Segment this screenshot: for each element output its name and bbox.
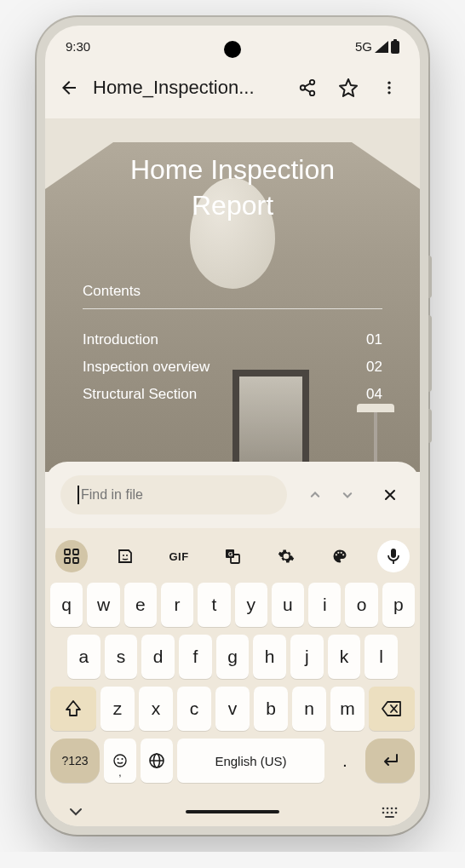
status-time: 9:30: [66, 39, 90, 54]
kb-theme-button[interactable]: [324, 540, 356, 572]
kb-gif-button[interactable]: GIF: [163, 540, 195, 572]
key-v[interactable]: v: [215, 687, 250, 731]
key-shift[interactable]: [50, 687, 96, 731]
svg-point-24: [114, 755, 126, 767]
svg-point-33: [395, 808, 398, 810]
key-a[interactable]: a: [67, 635, 100, 679]
backspace-icon: [381, 700, 403, 717]
star-button[interactable]: [331, 71, 365, 105]
find-input[interactable]: [81, 487, 270, 503]
key-q[interactable]: q: [50, 583, 83, 627]
status-right: 5G: [355, 39, 399, 54]
palette-icon: [331, 548, 348, 565]
file-title: Home_Inspection...: [93, 77, 284, 99]
key-w[interactable]: w: [87, 583, 119, 627]
key-language[interactable]: [141, 739, 173, 783]
key-b[interactable]: b: [254, 687, 288, 731]
keyboard-row-2: a s d f g h j k l: [50, 635, 415, 679]
key-h[interactable]: h: [253, 635, 286, 679]
power-button: [428, 409, 432, 443]
key-backspace[interactable]: [369, 687, 415, 731]
chevron-down-icon: [339, 486, 356, 503]
key-r[interactable]: r: [161, 583, 193, 627]
share-button[interactable]: [290, 71, 324, 105]
svg-point-20: [337, 552, 339, 554]
key-i[interactable]: i: [308, 583, 341, 627]
kb-voice-button[interactable]: [377, 540, 410, 572]
svg-rect-12: [65, 558, 70, 563]
kb-sticker-button[interactable]: [109, 540, 141, 572]
contents-label: Introduction: [83, 331, 158, 348]
key-n[interactable]: n: [292, 687, 326, 731]
document-viewer[interactable]: Home Inspection Report Contents Introduc…: [45, 118, 420, 472]
key-x[interactable]: x: [139, 687, 173, 731]
key-m[interactable]: m: [330, 687, 365, 731]
key-p[interactable]: p: [382, 583, 415, 627]
find-nav: [294, 480, 369, 509]
grid-icon: [64, 549, 79, 564]
key-e[interactable]: e: [124, 583, 157, 627]
contents-label: Structural Section: [83, 386, 197, 403]
contents-block: Contents Introduction 01 Inspection over…: [45, 223, 420, 408]
key-symbols[interactable]: ?123: [50, 739, 100, 783]
key-j[interactable]: j: [290, 635, 324, 679]
find-input-container[interactable]: [60, 475, 287, 514]
svg-point-8: [388, 86, 390, 89]
kb-settings-button[interactable]: [270, 540, 302, 572]
svg-point-36: [391, 812, 393, 814]
key-k[interactable]: k: [328, 635, 361, 679]
sticker-icon: [117, 548, 134, 565]
key-f[interactable]: f: [179, 635, 212, 679]
svg-text:G: G: [228, 551, 233, 557]
svg-rect-1: [393, 39, 397, 42]
kb-apps-button[interactable]: [55, 540, 88, 572]
find-close-button[interactable]: [376, 480, 405, 509]
keyboard-collapse-button[interactable]: [64, 806, 88, 818]
back-button[interactable]: [52, 71, 86, 105]
system-nav-bar: [45, 802, 420, 826]
svg-rect-23: [391, 549, 396, 558]
key-o[interactable]: o: [345, 583, 377, 627]
globe-icon: [148, 752, 165, 769]
more-button[interactable]: [372, 71, 406, 105]
contents-row: Structural Section 04: [83, 381, 382, 408]
key-u[interactable]: u: [272, 583, 304, 627]
svg-rect-10: [65, 549, 70, 555]
screen: 9:30 5G Home_Inspection...: [45, 26, 420, 826]
arrow-back-icon: [59, 78, 79, 98]
find-prev-button[interactable]: [301, 480, 330, 509]
key-space[interactable]: English (US): [177, 739, 324, 783]
keyboard-icon: [381, 806, 398, 818]
keyboard: GIF G q w e r t y: [45, 528, 420, 802]
key-emoji-comma[interactable]: ,: [104, 739, 136, 783]
svg-point-2: [310, 80, 315, 85]
kb-translate-button[interactable]: G: [216, 540, 249, 572]
gesture-handle[interactable]: [186, 810, 279, 813]
keyboard-mode-button[interactable]: [377, 806, 401, 818]
key-l[interactable]: l: [365, 635, 398, 679]
contents-row: Introduction 01: [83, 326, 382, 354]
contents-page: 01: [366, 331, 382, 348]
key-t[interactable]: t: [198, 583, 230, 627]
more-vert-icon: [381, 79, 398, 96]
key-g[interactable]: g: [216, 635, 250, 679]
contents-page: 04: [366, 386, 382, 403]
svg-rect-11: [73, 549, 78, 555]
svg-point-32: [391, 808, 393, 810]
shift-icon: [65, 699, 82, 718]
keyboard-row-1: q w e r t y u i o p: [50, 583, 415, 627]
find-next-button[interactable]: [333, 480, 362, 509]
volume-button: [428, 315, 432, 392]
key-d[interactable]: d: [141, 635, 175, 679]
key-y[interactable]: y: [235, 583, 267, 627]
contents-heading: Contents: [83, 283, 382, 309]
svg-point-19: [336, 554, 337, 555]
app-bar: Home_Inspection...: [45, 60, 420, 118]
close-icon: [382, 486, 399, 503]
key-s[interactable]: s: [105, 635, 138, 679]
key-period[interactable]: .: [329, 739, 361, 783]
svg-line-6: [305, 89, 310, 92]
key-c[interactable]: c: [177, 687, 211, 731]
key-z[interactable]: z: [100, 687, 135, 731]
key-enter[interactable]: [365, 739, 415, 783]
